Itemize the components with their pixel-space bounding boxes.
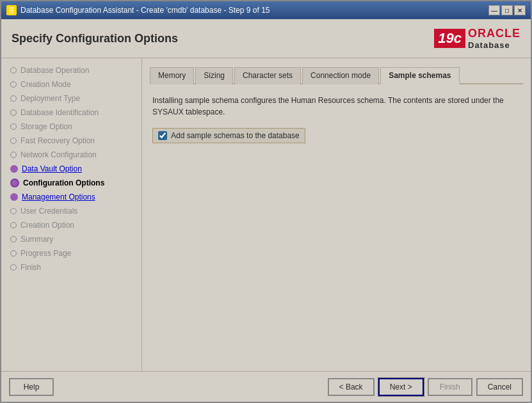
sidebar-item-management-options[interactable]: Management Options (1, 190, 141, 204)
titlebar-left: 🗄 Database Configuration Assistant - Cre… (6, 5, 270, 15)
sidebar-item-storage-option: Storage Option (1, 120, 141, 134)
step-indicator-user-credentials (10, 208, 17, 214)
oracle-version-badge: 19c (434, 29, 465, 48)
sidebar-item-progress-page: Progress Page (1, 246, 141, 260)
back-button[interactable]: < Back (328, 378, 375, 396)
sidebar-item-configuration-options[interactable]: Configuration Options (1, 176, 141, 190)
sidebar-item-data-vault-option[interactable]: Data Vault Option (1, 162, 141, 176)
step-indicator-storage-option (10, 123, 17, 130)
close-button[interactable]: ✕ (514, 5, 526, 15)
footer: Help < Back Next > Finish Cancel (1, 371, 531, 402)
cancel-button[interactable]: Cancel (476, 378, 523, 396)
titlebar: 🗄 Database Configuration Assistant - Cre… (1, 1, 531, 19)
footer-left: Help (9, 378, 54, 396)
page-title: Specify Configuration Options (12, 32, 178, 45)
sidebar-item-deployment-type: Deployment Type (1, 91, 141, 106)
oracle-sub: Database (468, 40, 510, 50)
finish-button[interactable]: Finish (428, 378, 472, 396)
header-panel: Specify Configuration Options 19c ORACLE… (1, 19, 531, 58)
tab-connection-mode[interactable]: Connection mode (302, 67, 379, 84)
next-button[interactable]: Next > (378, 378, 424, 396)
sidebar-item-creation-mode: Creation Mode (1, 77, 141, 91)
window-title: Database Configuration Assistant - Creat… (20, 6, 270, 15)
step-indicator-network-configuration (10, 152, 17, 158)
tabs-container: Memory Sizing Character sets Connection … (150, 66, 523, 84)
add-sample-schemas-checkbox-label[interactable]: Add sample schemas to the database (152, 128, 305, 143)
tab-sample-schemas[interactable]: Sample schemas (380, 67, 459, 84)
sidebar-item-database-identification: Database Identification (1, 106, 141, 120)
sidebar-item-summary: Summary (1, 232, 141, 246)
sidebar-item-creation-option: Creation Option (1, 218, 141, 232)
app-icon: 🗄 (6, 5, 17, 15)
content-area: Installing sample schema configures the … (150, 92, 523, 146)
step-indicator-progress-page (10, 250, 17, 257)
minimize-button[interactable]: — (488, 5, 500, 15)
oracle-brand: ORACLE (468, 27, 520, 40)
add-sample-schemas-label: Add sample schemas to the database (171, 131, 300, 140)
window-controls: — □ ✕ (488, 5, 526, 15)
step-indicator-database-identification (10, 109, 17, 116)
step-indicator-configuration-options (10, 178, 19, 187)
help-button[interactable]: Help (9, 378, 54, 396)
description-text: Installing sample schema configures the … (152, 95, 520, 118)
sidebar-item-user-credentials: User Credentials (1, 204, 141, 218)
step-indicator-management-options (10, 193, 18, 201)
sidebar-item-fast-recovery-option: Fast Recovery Option (1, 134, 141, 148)
step-indicator-creation-mode (10, 81, 17, 88)
step-indicator-summary (10, 236, 17, 242)
main-content: Database Operation Creation Mode Deploym… (1, 58, 531, 371)
footer-right: < Back Next > Finish Cancel (328, 378, 523, 396)
oracle-logo-text: ORACLE Database (468, 27, 520, 50)
sidebar-item-finish: Finish (1, 260, 141, 274)
sidebar: Database Operation Creation Mode Deploym… (1, 58, 142, 371)
oracle-logo: 19c ORACLE Database (434, 27, 520, 50)
step-indicator-creation-option (10, 222, 17, 228)
tab-memory[interactable]: Memory (150, 67, 194, 84)
main-window: 🗄 Database Configuration Assistant - Cre… (0, 0, 532, 403)
step-indicator-fast-recovery-option (10, 138, 17, 144)
maximize-button[interactable]: □ (501, 5, 513, 15)
sidebar-item-database-operation: Database Operation (1, 63, 141, 77)
step-indicator-data-vault-option (10, 165, 18, 173)
add-sample-schemas-checkbox[interactable] (158, 131, 167, 140)
tab-sizing[interactable]: Sizing (195, 67, 233, 84)
step-indicator-database-operation (10, 67, 17, 74)
step-indicator-finish (10, 264, 17, 271)
step-indicator-deployment-type (10, 95, 17, 102)
sidebar-item-network-configuration: Network Configuration (1, 148, 141, 162)
right-panel: Memory Sizing Character sets Connection … (142, 58, 531, 371)
tab-character-sets[interactable]: Character sets (234, 67, 301, 84)
